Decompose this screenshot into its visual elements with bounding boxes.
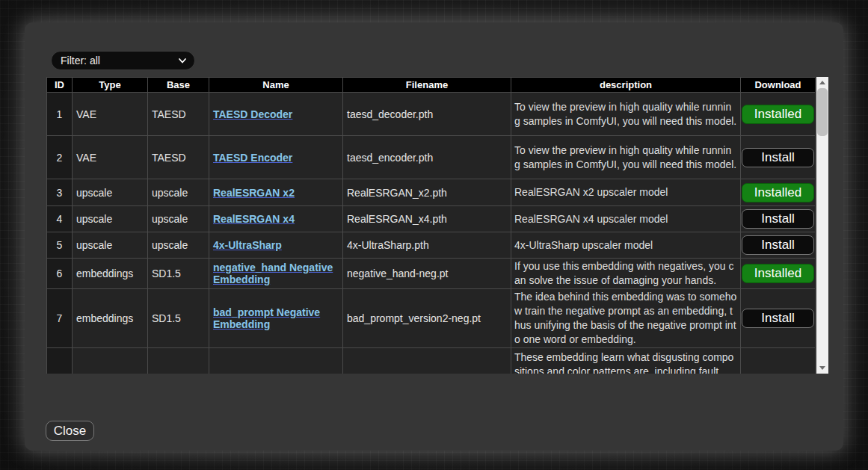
cell-download: Install xyxy=(741,289,816,348)
cell-type: upscale xyxy=(73,206,148,232)
cell-id: 5 xyxy=(47,232,73,259)
download-button[interactable]: Install xyxy=(742,309,814,328)
cell-filename: taesd_encoder.pth xyxy=(343,136,511,179)
close-button[interactable]: Close xyxy=(46,421,94,441)
cell-type: embeddings xyxy=(73,259,148,289)
filter-select[interactable]: Filter: all xyxy=(51,51,195,70)
cell-name: 4x-UltraSharp xyxy=(209,232,343,259)
model-name-link[interactable]: RealESRGAN x2 xyxy=(213,187,295,199)
scroll-up-button[interactable] xyxy=(816,77,828,88)
header-row: IDTypeBaseNameFilenamedescriptionDownloa… xyxy=(47,78,816,93)
model-name-link[interactable]: 4x-UltraSharp xyxy=(213,239,282,251)
cell-name: bad_prompt Negative Embedding xyxy=(209,289,343,348)
cell-base: SD1.5 xyxy=(148,259,209,289)
cell-base: upscale xyxy=(148,206,209,232)
cell-name xyxy=(209,348,343,374)
cell-download: Installed xyxy=(741,179,816,206)
cell-filename: negative_hand-neg.pt xyxy=(343,259,511,289)
cell-type: embeddings xyxy=(73,289,148,348)
cell-type: VAE xyxy=(73,93,148,136)
cell-download: Install xyxy=(741,136,816,179)
dialog-toolbar: Filter: all Search xyxy=(25,51,843,72)
cell-type xyxy=(73,348,148,374)
model-name-link[interactable]: RealESRGAN x4 xyxy=(213,213,295,225)
download-button[interactable]: Install xyxy=(742,148,814,167)
cell-id xyxy=(47,348,73,374)
cell-id: 4 xyxy=(47,206,73,232)
cell-id: 7 xyxy=(47,289,73,348)
cell-id: 6 xyxy=(47,259,73,289)
cell-base: TAESD xyxy=(148,93,209,136)
download-button[interactable]: Install xyxy=(742,235,814,255)
cell-type: upscale xyxy=(73,179,148,206)
cell-download: Installed xyxy=(741,93,816,136)
cell-name: TAESD Encoder xyxy=(209,136,343,179)
cell-description: The idea behind this embedding was to so… xyxy=(511,289,741,348)
cell-download: Installed xyxy=(741,259,816,289)
cell-description: To view the preview in high quality whil… xyxy=(511,93,741,136)
models-table-viewport: IDTypeBaseNameFilenamedescriptionDownloa… xyxy=(46,77,815,374)
model-name-link[interactable]: bad_prompt Negative Embedding xyxy=(213,306,320,330)
column-header: description xyxy=(511,78,741,93)
cell-filename: 4x-UltraSharp.pth xyxy=(343,232,511,259)
filter-select-wrap: Filter: all xyxy=(51,51,195,70)
cell-base xyxy=(148,348,209,374)
cell-name: RealESRGAN x4 xyxy=(209,206,343,232)
table-row: 7 embeddings SD1.5 bad_prompt Negative E… xyxy=(47,289,816,348)
cell-id: 3 xyxy=(47,179,73,206)
cell-id: 2 xyxy=(47,136,73,179)
cell-filename: RealESRGAN_x2.pth xyxy=(343,179,511,206)
download-button[interactable]: Install xyxy=(742,209,814,229)
cell-base: upscale xyxy=(148,232,209,259)
cell-base: SD1.5 xyxy=(148,289,209,348)
cell-filename: RealESRGAN_x4.pth xyxy=(343,206,511,232)
scroll-up-arrow-icon xyxy=(819,81,825,84)
column-header: Download xyxy=(741,78,816,93)
cell-filename: taesd_decoder.pth xyxy=(343,93,511,136)
install-models-dialog: Filter: all Search IDTypeBaseNameFilenam… xyxy=(25,22,843,451)
cell-name: negative_hand Negative Embedding xyxy=(209,259,343,289)
model-name-link[interactable]: negative_hand Negative Embedding xyxy=(213,262,333,285)
cell-filename xyxy=(343,348,511,374)
table-row: 4 upscale upscale RealESRGAN x4 RealESRG… xyxy=(47,206,816,232)
models-table: IDTypeBaseNameFilenamedescriptionDownloa… xyxy=(46,77,815,374)
cell-base: upscale xyxy=(148,179,209,206)
table-row: 1 VAE TAESD TAESD Decoder taesd_decoder.… xyxy=(47,93,816,136)
table-row: These embedding learn what disgusting co… xyxy=(47,348,816,374)
table-row: 5 upscale upscale 4x-UltraSharp 4x-Ultra… xyxy=(47,232,816,259)
scroll-down-button[interactable] xyxy=(816,362,828,374)
column-header: ID xyxy=(47,78,73,93)
scrollbar-thumb[interactable] xyxy=(817,88,828,136)
cell-id: 1 xyxy=(47,93,73,136)
scroll-down-arrow-icon xyxy=(819,366,825,370)
column-header: Base xyxy=(148,78,209,93)
model-name-link[interactable]: TAESD Encoder xyxy=(213,152,292,164)
cell-type: VAE xyxy=(73,136,148,179)
cell-description: These embedding learn what disgusting co… xyxy=(511,348,741,374)
cell-description: RealESRGAN x2 upscaler model xyxy=(511,179,741,206)
table-row: 3 upscale upscale RealESRGAN x2 RealESRG… xyxy=(47,179,816,206)
cell-description: RealESRGAN x4 upscaler model xyxy=(511,206,741,232)
download-button[interactable]: Installed xyxy=(742,264,814,283)
cell-type: upscale xyxy=(73,232,148,259)
cell-download xyxy=(741,348,816,374)
cell-base: TAESD xyxy=(148,136,209,179)
cell-name: RealESRGAN x2 xyxy=(209,179,343,206)
table-scrollbar[interactable] xyxy=(816,77,828,374)
column-header: Type xyxy=(73,78,148,93)
cell-name: TAESD Decoder xyxy=(209,93,343,136)
download-button[interactable]: Installed xyxy=(742,183,814,202)
model-name-link[interactable]: TAESD Decoder xyxy=(213,108,292,120)
cell-description: To view the preview in high quality whil… xyxy=(511,136,741,179)
table-row: 2 VAE TAESD TAESD Encoder taesd_encoder.… xyxy=(47,136,816,179)
table-row: 6 embeddings SD1.5 negative_hand Negativ… xyxy=(47,259,816,289)
cell-download: Install xyxy=(741,206,816,232)
cell-description: 4x-UltraSharp upscaler model xyxy=(511,232,741,259)
cell-description: If you use this embedding with negatives… xyxy=(511,259,741,289)
cell-download: Install xyxy=(741,232,816,259)
download-button[interactable]: Installed xyxy=(742,105,814,124)
column-header: Filename xyxy=(343,78,511,93)
cell-filename: bad_prompt_version2-neg.pt xyxy=(343,289,511,348)
column-header: Name xyxy=(209,78,343,93)
